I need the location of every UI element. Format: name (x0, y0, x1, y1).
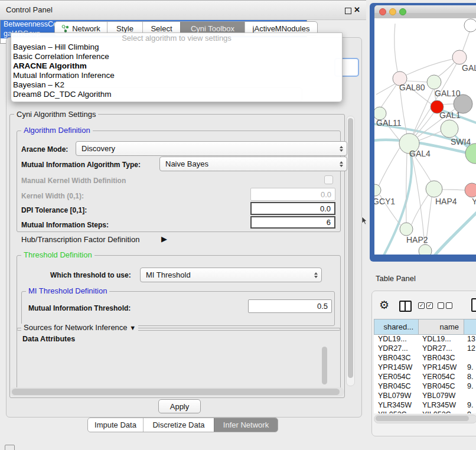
node-label: HAP2 (406, 235, 428, 244)
table-row[interactable]: YBR043CYBR043C (374, 354, 476, 363)
data-attributes-label: Data Attributes (22, 335, 75, 343)
close-traffic-light[interactable] (380, 9, 386, 15)
table-row[interactable]: YDL19...YDL19...13 (374, 335, 476, 344)
dropdown-item[interactable]: Basic Correlation Inference (11, 52, 342, 61)
page-icon[interactable] (471, 298, 476, 312)
tab-infer-network[interactable]: Infer Network (214, 418, 278, 432)
kernel-width-label: Kernel Width (0,1): (21, 192, 84, 200)
network-graph-icon (61, 25, 69, 32)
mi-steps-label: Mutual Information Steps: (21, 221, 109, 229)
node-label: GAL (462, 63, 476, 73)
list-scrollbar-thumb[interactable] (322, 347, 327, 384)
combo-stepper-icon (340, 146, 343, 152)
control-panel-titlebar (0, 0, 366, 20)
hub-definition-expander[interactable]: Hub/Transcription Factor Definition (21, 235, 139, 244)
network-node-gal[interactable] (452, 50, 467, 64)
algorithm-definition-title: Algorithm Definition (21, 126, 93, 135)
screen: Control Panel ✕ Network Style Select Cyn… (0, 0, 476, 450)
aracne-mode-label: Aracne Mode: (21, 145, 68, 154)
table-row[interactable]: YIL052CYIL052C9 (374, 410, 476, 413)
dropdown-prompt: Select algorithm to view settings (11, 33, 342, 43)
manual-kernel-width-label: Manual Kernel Width Definition (21, 177, 126, 185)
cyni-bottom-tabs: Impute Data Discretize Data Infer Networ… (87, 418, 278, 432)
network-node-gal10[interactable] (427, 75, 441, 89)
apply-button[interactable]: Apply (158, 399, 201, 413)
minimize-traffic-light[interactable] (390, 9, 396, 15)
table-panel-title: Table Panel (376, 274, 416, 283)
threshold-definition-title: Threshold Definition (21, 251, 94, 259)
table-hscrollbar-thumb[interactable] (376, 416, 469, 421)
dropdown-item[interactable]: Dream8 DC_TDC Algorithm (11, 90, 342, 99)
settings-scrollbar-thumb[interactable] (348, 118, 353, 378)
node-label: GCY1 (373, 197, 395, 206)
algorithm-dropdown: Select algorithm to view settings Bayesi… (11, 32, 343, 102)
column-header-cutoff[interactable] (464, 319, 476, 335)
unchecked-checkbox-icon[interactable] (438, 302, 444, 309)
float-window-icon[interactable] (345, 8, 351, 14)
settings-hscrollbar-track[interactable] (10, 387, 344, 396)
cyni-algorithm-settings-title: Cyni Algorithm Settings (14, 110, 98, 119)
control-panel-title: Control Panel (6, 5, 53, 14)
dropdown-item[interactable]: Bayesian – Hill Climbing (11, 43, 342, 52)
settings-hscrollbar-thumb[interactable] (12, 389, 340, 395)
checked-checkbox-icon[interactable]: ✓ (418, 302, 425, 309)
network-node[interactable] (464, 19, 476, 32)
checked-checkbox-icon[interactable]: ✓ (426, 302, 433, 309)
mi-steps-input[interactable] (250, 216, 335, 229)
network-view-window[interactable]: GAL GAL80 GAL10 GAL1 GAL11 SWI4 GAL4 GCY… (369, 0, 476, 267)
aracne-mode-combo[interactable]: Discovery (76, 141, 347, 156)
zoom-traffic-light[interactable] (400, 9, 406, 15)
table-row[interactable]: YER054CYER054C8. (374, 373, 476, 382)
which-threshold-combo[interactable]: MI Threshold (140, 268, 322, 282)
mouse-cursor (361, 217, 367, 227)
combo-stepper-icon (314, 272, 318, 278)
mi-threshold-label: Mutual Information Threshold: (28, 304, 131, 312)
node-label: GAL4 (409, 149, 431, 158)
column-header-name[interactable]: name (418, 319, 464, 335)
mi-threshold-input[interactable] (248, 299, 332, 313)
manual-kernel-width-checkbox[interactable] (324, 175, 333, 184)
which-threshold-label: Which threshold to use: (50, 271, 131, 279)
column-header-shared-name[interactable]: shared... (374, 319, 419, 335)
unchecked-checkbox-icon[interactable] (446, 302, 452, 309)
network-node-salmon[interactable] (465, 183, 476, 197)
table-row[interactable]: YLR345WYLR345W9. (374, 401, 476, 410)
mi-algorithm-type-combo[interactable]: Naive Bayes (159, 156, 347, 171)
node-label: HAP4 (435, 197, 457, 206)
kernel-width-input[interactable] (250, 188, 335, 201)
node-label: GAL11 (376, 118, 402, 128)
table-row[interactable]: YBL079WYBL079W (374, 392, 476, 401)
tab-impute-data[interactable]: Impute Data (88, 418, 143, 432)
table-row[interactable]: YBR045CYBR045C9. (374, 382, 476, 392)
table-row[interactable]: YDR27...YDR27...12 (374, 344, 476, 354)
dropdown-item[interactable]: Mutual Information Inference (11, 71, 342, 80)
network-node-hap4[interactable] (426, 181, 442, 197)
tab-discretize-data[interactable]: Discretize Data (143, 418, 214, 432)
dock-mini-icon[interactable] (5, 445, 15, 450)
close-icon[interactable]: ✕ (354, 5, 360, 14)
node-label: GAL80 (399, 83, 425, 92)
collapsed-arrow-icon[interactable]: ▶ (161, 234, 167, 243)
node-label: GAL1 (439, 110, 461, 120)
dpi-tolerance-input[interactable] (250, 202, 335, 215)
split-columns-icon[interactable] (399, 301, 412, 312)
mi-threshold-definition-title: MI Threshold Definition (26, 287, 109, 295)
dpi-tolerance-label: DPI Tolerance [0,1]: (21, 206, 87, 214)
mi-algorithm-type-label: Mutual Information Algorithm Type: (21, 161, 141, 169)
dropdown-item-selected[interactable]: ARACNE Algorithm (11, 61, 342, 71)
node-label: Y (472, 197, 476, 206)
node-table[interactable]: YDL19...YDL19...13 YDR27...YDR27...12 YB… (374, 335, 476, 413)
dropdown-item[interactable]: Bayesian – K2 (11, 80, 342, 90)
network-node-hap2[interactable] (400, 223, 413, 236)
table-row[interactable]: YPR145WYPR145W9. (374, 363, 476, 373)
combo-stepper-icon (340, 161, 343, 167)
node-label: GAL10 (435, 89, 461, 98)
gear-icon[interactable]: ⚙ (379, 298, 389, 312)
network-node-gal1[interactable] (441, 120, 458, 138)
sources-title[interactable]: Sources for Network Inference ▼ (21, 324, 138, 332)
node-label: SWI4 (451, 137, 471, 146)
table-hscrollbar-track[interactable] (374, 415, 476, 423)
expanded-arrow-icon: ▼ (129, 324, 136, 331)
